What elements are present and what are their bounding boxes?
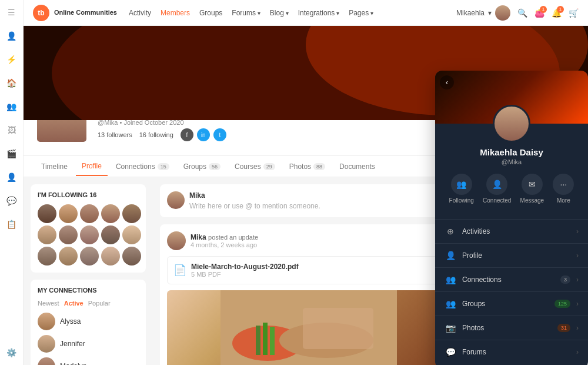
facebook-btn[interactable]: f (181, 128, 193, 141)
nav-members[interactable]: Members (161, 9, 190, 17)
connected-icon: 👤 (486, 174, 507, 195)
post-time: 4 months, 2 weeks ago (191, 241, 431, 248)
svg-rect-4 (270, 327, 275, 355)
conn-name-1: Alyssa (60, 317, 81, 326)
compose-input-area: Mika Write here or use @ to mention some… (189, 191, 450, 210)
photos-menu-label: Photos (462, 324, 552, 332)
wallet-nav-icon[interactable]: 👛1 (534, 8, 544, 18)
tab-courses[interactable]: Courses 29 (229, 158, 281, 175)
profile-icon[interactable]: 👤 (5, 171, 18, 184)
connection-madelyn[interactable]: Madelyn (38, 357, 139, 365)
following-avatar-13[interactable] (80, 247, 99, 266)
svg-rect-3 (263, 323, 268, 355)
floating-activities-item[interactable]: ⊕ Activities › (435, 219, 588, 243)
floating-groups-item[interactable]: 👥 Groups 125 › (435, 291, 588, 316)
following-avatar-4[interactable] (101, 204, 120, 223)
attachment-size: 5 MB PDF (191, 271, 299, 278)
connections-menu-icon: 👥 (445, 274, 456, 286)
nav-activity[interactable]: Activity (129, 9, 151, 17)
following-avatar-10[interactable] (122, 225, 141, 244)
tab-groups[interactable]: Groups 56 (178, 158, 226, 175)
following-avatar-15[interactable] (122, 247, 141, 266)
more-label: More (557, 197, 570, 204)
following-avatar-5[interactable] (122, 204, 141, 223)
floating-connected-btn[interactable]: 👤 Connected (483, 174, 511, 204)
attachment-name: Miele-March-to-August-2020.pdf (191, 263, 299, 271)
instagram-btn[interactable]: in (197, 128, 210, 141)
conn-tab-newest[interactable]: Newest (38, 300, 59, 307)
connection-jennifer[interactable]: Jennifer (38, 335, 139, 353)
tab-documents[interactable]: Documents (333, 158, 381, 175)
following-avatar-3[interactable] (80, 204, 99, 223)
following-count: 16 following (139, 131, 173, 138)
following-avatar-2[interactable] (59, 204, 78, 223)
floating-connections-item[interactable]: 👥 Connections 3 › (435, 267, 588, 291)
profile-menu-icon: 👤 (445, 250, 456, 261)
following-avatar-14[interactable] (101, 247, 120, 266)
lightning-icon[interactable]: ⚡ (5, 53, 18, 66)
floating-menu: ⊕ Activities › 👤 Profile › 👥 Connections… (435, 219, 588, 365)
nav-forums[interactable]: Forums (232, 9, 260, 17)
nav-pages[interactable]: Pages (349, 9, 373, 17)
conn-avatar-2 (38, 335, 55, 353)
following-grid (38, 204, 139, 266)
twitter-btn[interactable]: t (213, 128, 226, 141)
profile-menu-label: Profile (462, 251, 570, 260)
group-icon[interactable]: 👥 (5, 100, 18, 113)
floating-forums-item[interactable]: 💬 Forums › (435, 340, 588, 364)
groups-arrow-icon: › (576, 300, 579, 308)
following-avatar-8[interactable] (80, 225, 99, 244)
floating-message-btn[interactable]: ✉ Message (520, 174, 544, 204)
following-avatar-6[interactable] (38, 225, 56, 244)
conn-tab-active[interactable]: Active (64, 300, 83, 307)
photos-menu-icon: 📷 (445, 322, 456, 334)
floating-back-button[interactable]: ‹ (440, 75, 454, 89)
search-nav-icon[interactable]: 🔍 (517, 8, 527, 18)
compose-placeholder[interactable]: Write here or use @ to mention someone. (189, 202, 450, 210)
attachment-card[interactable]: 📄 Miele-March-to-August-2020.pdf 5 MB PD… (167, 256, 450, 284)
floating-profile-item[interactable]: 👤 Profile › (435, 243, 588, 267)
floating-following-btn[interactable]: 👥 Following (449, 174, 474, 204)
nav-blog[interactable]: Blog (270, 9, 289, 17)
following-avatar-1[interactable] (38, 204, 56, 223)
connections-section: MY CONNECTIONS Newest Active Popular Aly… (31, 280, 146, 365)
svg-rect-2 (256, 326, 260, 355)
video-icon[interactable]: 🎬 (5, 147, 18, 160)
floating-photos-item[interactable]: 📷 Photos 31 › (435, 316, 588, 340)
nav-integrations[interactable]: Integrations (298, 9, 340, 17)
menu-icon[interactable]: ☰ (5, 6, 18, 19)
cart-nav-icon[interactable]: 🛒 (569, 8, 579, 18)
following-avatar-12[interactable] (59, 247, 78, 266)
nav-user[interactable]: Mikaehla ▾ (456, 5, 510, 21)
photo-icon[interactable]: 🖼 (5, 124, 18, 137)
floating-handle: @Mika (445, 158, 579, 165)
tab-photos[interactable]: Photos 88 (283, 158, 331, 175)
more-icon: ··· (553, 174, 574, 195)
following-avatar-11[interactable] (38, 247, 56, 266)
following-section: I'M FOLLOWING 16 (31, 184, 146, 273)
activities-arrow-icon: › (576, 227, 579, 235)
logo-circle: tb (33, 5, 49, 21)
home-icon[interactable]: 🏠 (5, 77, 18, 89)
following-avatar-9[interactable] (101, 225, 120, 244)
following-title: I'M FOLLOWING 16 (38, 191, 139, 198)
chat-icon[interactable]: 💬 (5, 194, 18, 207)
list-icon[interactable]: 📋 (5, 218, 18, 231)
nav-groups[interactable]: Groups (199, 9, 222, 17)
floating-more-btn[interactable]: ··· More (553, 174, 574, 204)
bell-nav-icon[interactable]: 🔔1 (552, 8, 562, 18)
tab-profile[interactable]: Profile (76, 157, 108, 176)
floating-profile-card: ‹ Mikaehla Daisy @Mika 👥 Following 👤 Con… (435, 71, 588, 365)
conn-name-2: Jennifer (60, 340, 85, 348)
connection-alyssa[interactable]: Alyssa (38, 313, 139, 330)
conn-name-3: Madelyn (60, 362, 86, 365)
conn-tab-popular[interactable]: Popular (88, 300, 111, 307)
tab-timeline[interactable]: Timeline (35, 158, 74, 175)
user-icon[interactable]: 👤 (5, 29, 18, 42)
tab-connections[interactable]: Connections 15 (110, 158, 175, 175)
settings-icon[interactable]: ⚙️ (5, 346, 18, 359)
following-avatar-7[interactable] (59, 225, 78, 244)
nav-links: Activity Members Groups Forums Blog Inte… (129, 9, 445, 17)
left-column: I'M FOLLOWING 16 (24, 177, 153, 365)
floating-name: Mikaehla Daisy (445, 147, 579, 157)
